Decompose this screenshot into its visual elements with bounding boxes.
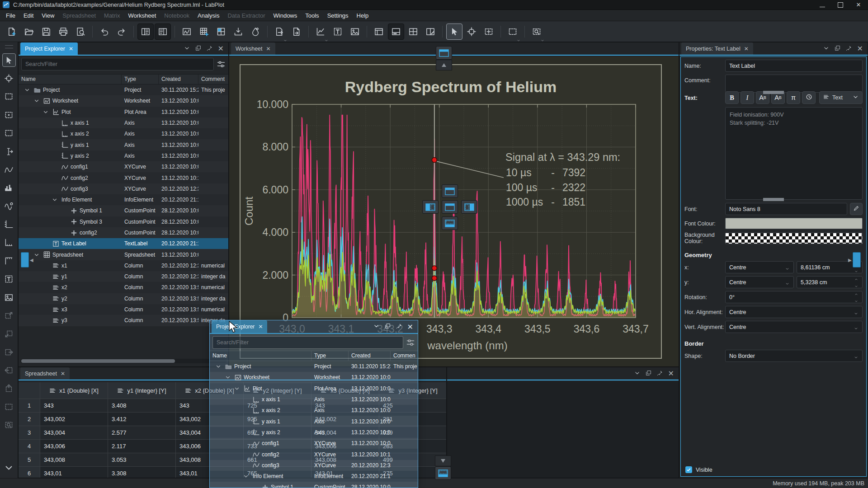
tree-row-config3[interactable]: config3XYCurve20.12.2020 12:39 [19, 183, 228, 194]
tree-header[interactable]: NameTypeCreatedCommen [210, 351, 418, 361]
export-icon[interactable] [271, 23, 288, 40]
row-number[interactable]: 1 [19, 399, 40, 413]
rotation-spinner[interactable]: 0° [725, 291, 863, 303]
toggle-pe-icon[interactable] [137, 23, 154, 40]
float-dock-icon[interactable] [835, 45, 840, 53]
tree-row-y-axis-2[interactable]: y axis 2Axis13.12.2020 10:01 [19, 150, 228, 161]
close-icon[interactable]: ✕ [258, 324, 263, 330]
cell[interactable]: 2.117 [108, 440, 176, 453]
tree-row-config2[interactable]: config2XYCurve13.12.2020 10:11 [210, 449, 418, 460]
floating-project-explorer[interactable]: Project Explorer✕ ✕ NameTypeCreatedComme… [209, 320, 418, 488]
toolbar-drag-handle[interactable] [5, 45, 13, 48]
pin-dock-icon[interactable] [396, 323, 402, 331]
tab-worksheet[interactable]: Worksheet✕ [231, 42, 275, 55]
zoom-fit-icon[interactable] [481, 23, 497, 40]
expand-chevron-icon[interactable] [243, 474, 249, 479]
doc-new-icon[interactable] [4, 23, 20, 40]
cell[interactable]: 343,004 [40, 426, 108, 440]
dash-zoom-icon[interactable] [2, 418, 16, 432]
close-icon[interactable]: ✕ [69, 46, 73, 52]
text-frame-icon[interactable] [330, 23, 346, 40]
tree-row-y2[interactable]: y2Column20.12.2020 13:55integer da [19, 293, 228, 304]
tree-row-symbol-3[interactable]: Symbol 3CustomPoint28.12.2020 10:06 [19, 216, 228, 227]
cursor-arrow-icon[interactable] [446, 23, 462, 40]
bold-button[interactable]: B [725, 91, 739, 104]
expand-chevron-icon[interactable] [24, 87, 30, 93]
y-value-spinner[interactable]: 5,3238 cm [797, 276, 863, 288]
chart-icon[interactable] [312, 23, 329, 40]
dock-menu-icon[interactable] [373, 323, 379, 331]
column-header[interactable]: y1 {Integer} [Y] [108, 382, 176, 399]
maximize-button[interactable] [837, 2, 844, 8]
menu-help[interactable]: Help [353, 10, 373, 21]
tab-spreadsheet[interactable]: Spreadsheet✕ [20, 367, 70, 380]
tree-row-y-axis-2[interactable]: y axis 2Axis13.12.2020 10:01 [210, 427, 418, 438]
tree-row-project[interactable]: ProjectProject30.11.2020 15:23This proje [19, 84, 228, 95]
column-header[interactable]: x1 {Double} [X] [40, 382, 108, 399]
cursor-arrow-icon[interactable] [2, 53, 16, 67]
tree-row-y-axis-1[interactable]: y axis 1Axis13.12.2020 10:01 [19, 139, 228, 150]
menu-settings[interactable]: Settings [323, 10, 353, 21]
close-button[interactable]: ✕ [855, 2, 862, 8]
axis-b-icon[interactable] [2, 236, 16, 249]
symbols-button[interactable]: π [787, 91, 800, 104]
curve-icon[interactable] [2, 163, 16, 176]
tree-header[interactable]: NameTypeCreatedComment [19, 74, 228, 84]
float-dock-icon[interactable] [646, 370, 651, 378]
dash-arrow-n-icon[interactable] [2, 382, 16, 395]
row-number[interactable]: 2 [19, 413, 40, 426]
tree-row-x-axis-1[interactable]: x axis 1Axis13.12.2020 10:01 [19, 117, 228, 128]
tree-row-x1[interactable]: x1Column20.12.2020 12:39numerical [19, 260, 228, 271]
close-dock-icon[interactable]: ✕ [857, 44, 863, 53]
expand-chevron-icon[interactable] [234, 386, 240, 391]
tab-properties[interactable]: Properties: Text Label✕ [681, 42, 753, 55]
cell[interactable]: 343 [40, 399, 108, 413]
dash-zoom-icon[interactable] [528, 23, 545, 40]
tree-row-worksheet[interactable]: WorksheetWorksheet13.12.2020 10:01 [210, 372, 418, 383]
pin-dock-icon[interactable] [207, 45, 212, 53]
dash-arrow-sw-icon[interactable] [2, 327, 16, 341]
cell[interactable]: 3.412 [108, 413, 176, 426]
toggle-props-icon[interactable] [155, 23, 171, 40]
cell[interactable]: 3.308 [108, 467, 176, 478]
close-dock-icon[interactable]: ✕ [668, 369, 674, 378]
dock-menu-icon[interactable] [634, 370, 640, 378]
tab-project-explorer[interactable]: Project Explorer✕ [20, 42, 78, 55]
tree-row-x2[interactable]: x2Column20.12.2020 13:55numerical [19, 282, 228, 293]
tree-row-x3[interactable]: x3Column20.12.2020 13:56numerical [19, 304, 228, 315]
dash-box-dot-icon[interactable] [2, 108, 16, 122]
crosshair-icon[interactable] [2, 72, 16, 85]
dash-box-icon[interactable] [505, 23, 521, 40]
droplet-icon[interactable] [247, 23, 264, 40]
visible-checkbox[interactable] [685, 466, 692, 473]
datetime-button[interactable] [802, 91, 816, 104]
panel-c-icon[interactable] [405, 23, 421, 40]
panel-b-icon[interactable] [388, 23, 404, 40]
close-icon[interactable]: ✕ [744, 46, 749, 52]
redo-icon[interactable] [113, 23, 130, 40]
search-input[interactable] [21, 58, 214, 70]
panel-a-icon[interactable] [371, 23, 387, 40]
tree-row-spreadsheet[interactable]: SpreadsheetSpreadsheet13.12.2020 10:08 [19, 249, 228, 260]
tree-row-config1[interactable]: config1XYCurve13.12.2020 10:09 [210, 438, 418, 449]
tree-row-x-axis-1[interactable]: x axis 1Axis13.12.2020 10:01 [210, 394, 418, 405]
close-dock-icon[interactable]: ✕ [407, 323, 413, 331]
panel-d-icon[interactable] [422, 23, 439, 40]
folder-open-icon[interactable] [21, 23, 37, 40]
text-content-editor[interactable]: Field ionisation: 900V Stark splitting: … [725, 107, 863, 200]
dock-menu-icon[interactable] [184, 45, 190, 53]
comment-field[interactable] [725, 75, 863, 93]
menu-view[interactable]: View [38, 10, 58, 21]
tree-row-config3[interactable]: config3XYCurve20.12.2020 12:39 [210, 460, 418, 471]
close-dock-icon[interactable]: ✕ [218, 44, 224, 53]
image-icon[interactable] [347, 23, 363, 40]
image-icon[interactable] [2, 291, 16, 304]
tree-row-config1[interactable]: config1XYCurve13.12.2020 10:09 [19, 161, 228, 172]
menu-tools[interactable]: Tools [301, 10, 323, 21]
sheet-new-icon[interactable] [196, 23, 212, 40]
cell[interactable]: 343,002 [40, 413, 108, 426]
preview-icon[interactable] [72, 23, 89, 40]
crosshair-icon[interactable] [463, 23, 480, 40]
import-icon[interactable] [230, 23, 246, 40]
float-dock-icon[interactable] [385, 323, 391, 331]
